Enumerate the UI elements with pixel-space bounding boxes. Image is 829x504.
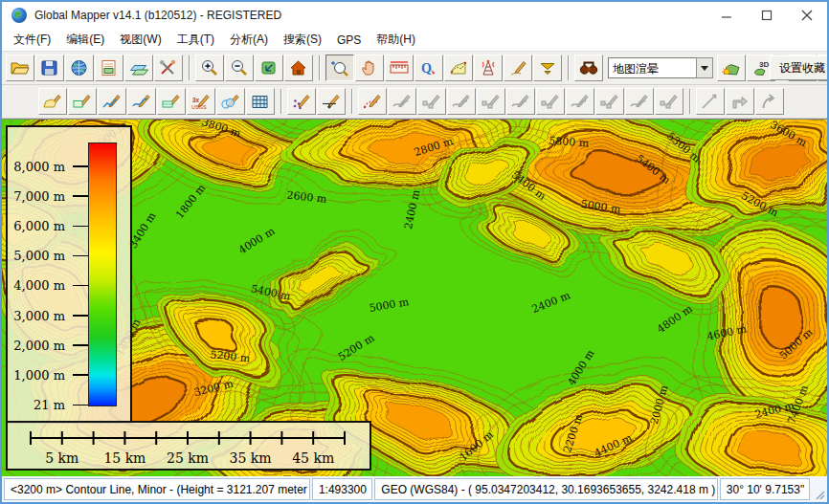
feature-info-tool-button[interactable]: Q xyxy=(414,55,443,81)
create-area-feature-button[interactable] xyxy=(38,88,67,115)
legend-tick xyxy=(73,195,88,197)
view-shed-tool-button[interactable] xyxy=(474,55,503,81)
toolbar-separator xyxy=(351,89,353,114)
zoom-out-button[interactable] xyxy=(225,55,254,81)
threed-icon: 3D xyxy=(751,58,772,77)
measure-tool-button[interactable] xyxy=(385,55,414,81)
digi-gray-icon xyxy=(570,92,591,111)
save-button[interactable] xyxy=(35,55,64,81)
overlay-control-center-button[interactable] xyxy=(124,55,153,81)
legend-elevation-label: 21 m xyxy=(34,398,65,412)
menu-item-视图W[interactable]: 视图(W) xyxy=(112,29,168,51)
digi-gray2-icon xyxy=(659,92,680,111)
digi-gray-icon xyxy=(392,92,413,111)
configuration-button[interactable] xyxy=(154,55,183,81)
digi-gray2-icon xyxy=(481,92,502,111)
distance-scale-bar: 5 km15 km25 km35 km45 km xyxy=(6,421,371,471)
map-catalog-button[interactable] xyxy=(95,55,123,81)
gray-arrow3-icon xyxy=(759,92,780,111)
path-profile-tool-button[interactable] xyxy=(444,55,473,81)
toolbar-separator xyxy=(280,89,282,114)
measure-icon xyxy=(389,58,410,77)
funnel-icon xyxy=(537,58,558,77)
svg-text:15 km: 15 km xyxy=(103,450,146,466)
layers-icon xyxy=(128,58,149,77)
menu-item-GPS[interactable]: GPS xyxy=(329,31,369,50)
create-range-rings-button[interactable] xyxy=(358,88,387,115)
digitizer-disabled-8-button xyxy=(595,88,624,115)
digitizer-disabled-7-button xyxy=(566,88,594,115)
digitizer-disabled-9-button xyxy=(625,88,654,115)
set-favorites-button[interactable]: 设置收藏 xyxy=(770,55,829,80)
status-bar: <3200 m> Contour Line, Minor - (Height =… xyxy=(2,476,827,502)
filter-tool-button[interactable] xyxy=(533,55,562,81)
home-icon xyxy=(288,58,309,77)
create-rectangle-2-button[interactable] xyxy=(157,88,186,115)
window-title: Global Mapper v14.1 (b120512) - REGISTER… xyxy=(34,9,281,22)
create-rectangle-feature-button[interactable] xyxy=(68,88,97,115)
create-point-features-button[interactable] xyxy=(287,88,316,115)
resize-grip[interactable] xyxy=(812,478,825,500)
revert-disabled-button xyxy=(755,88,784,115)
legend-tick xyxy=(73,165,88,167)
shader-dropdown[interactable]: 地图渲晕 xyxy=(608,57,713,78)
redo-disabled-button xyxy=(726,88,754,115)
menu-item-工具T[interactable]: 工具(T) xyxy=(169,29,222,51)
elevation-legend: 8,000 m7,000 m6,000 m5,000 m4,000 m3,000… xyxy=(6,125,132,424)
close-icon xyxy=(801,10,813,21)
toolbar-separator xyxy=(319,55,321,80)
shader-icon xyxy=(721,58,742,77)
legend-elevation-label: 5,000 m xyxy=(13,249,65,263)
create-buffer-areas-button[interactable] xyxy=(216,88,245,115)
menu-item-帮助H[interactable]: 帮助(H) xyxy=(369,29,423,51)
legend-tick xyxy=(73,226,88,228)
create-freehand-line-button[interactable] xyxy=(127,88,156,115)
coverage-draw-tool-button[interactable] xyxy=(504,55,532,81)
toolbar-separator xyxy=(689,89,691,114)
legend-elevation-label: 1,000 m xyxy=(13,367,65,382)
pan-tool-button[interactable] xyxy=(355,55,384,81)
digi-circle-icon xyxy=(220,92,241,111)
digi-gray-icon xyxy=(451,92,472,111)
menu-item-编辑E[interactable]: 编辑(E) xyxy=(58,29,112,51)
minimize-button[interactable] xyxy=(706,2,747,29)
home-view-button[interactable] xyxy=(284,55,313,81)
digitizer-disabled-2-button xyxy=(417,88,446,115)
zoom-out-icon xyxy=(229,58,250,77)
menu-item-搜索S[interactable]: 搜索(S) xyxy=(276,29,329,51)
tools-icon xyxy=(158,58,179,77)
maximize-button[interactable] xyxy=(747,2,787,29)
digi-points-icon xyxy=(291,92,312,111)
download-online-data-button[interactable] xyxy=(65,55,94,81)
undo-disabled-button xyxy=(696,88,725,115)
menu-item-文件F[interactable]: 文件(F) xyxy=(6,29,58,51)
open-file-button[interactable] xyxy=(6,55,34,81)
create-elevation-grid-button[interactable] xyxy=(246,88,275,115)
zoom-in-icon xyxy=(199,58,220,77)
legend-elevation-label: 3,000 m xyxy=(13,308,65,322)
digitizer-toolbar: 3xUSGS xyxy=(2,85,827,119)
create-coordinate-grid-button[interactable]: 3xUSGS xyxy=(187,88,215,115)
close-button[interactable] xyxy=(787,2,827,29)
digi-coord-icon: 3xUSGS xyxy=(190,92,212,111)
path-profile-icon xyxy=(448,58,469,77)
create-line-feature-button[interactable] xyxy=(98,88,126,115)
chevron-down-icon[interactable] xyxy=(696,57,713,78)
digitizer-disabled-3-button xyxy=(447,88,476,115)
map-view[interactable]: 5000 m3800 m1800 m2600 m4000 m3400 m2800… xyxy=(2,119,827,476)
binoculars-icon xyxy=(578,58,599,77)
hill-shader-options-button[interactable] xyxy=(717,55,746,81)
status-map-scale: 1:493300 xyxy=(312,478,372,500)
legend-elevation-label: 4,000 m xyxy=(13,278,65,293)
search-tool-button[interactable] xyxy=(574,55,603,81)
digi-vertex-icon xyxy=(321,92,342,111)
insert-vertex-button[interactable] xyxy=(317,88,346,115)
menu-item-分析A[interactable]: 分析(A) xyxy=(222,29,276,51)
zoom-full-extent-button[interactable] xyxy=(255,55,283,81)
zoom-in-button[interactable] xyxy=(195,55,224,81)
legend-elevation-label: 2,000 m xyxy=(13,338,65,352)
digi-gray-icon xyxy=(629,92,650,111)
digi-rect-icon xyxy=(72,92,93,111)
svg-text:3D: 3D xyxy=(759,60,769,69)
zoom-tool-button[interactable] xyxy=(325,55,354,81)
